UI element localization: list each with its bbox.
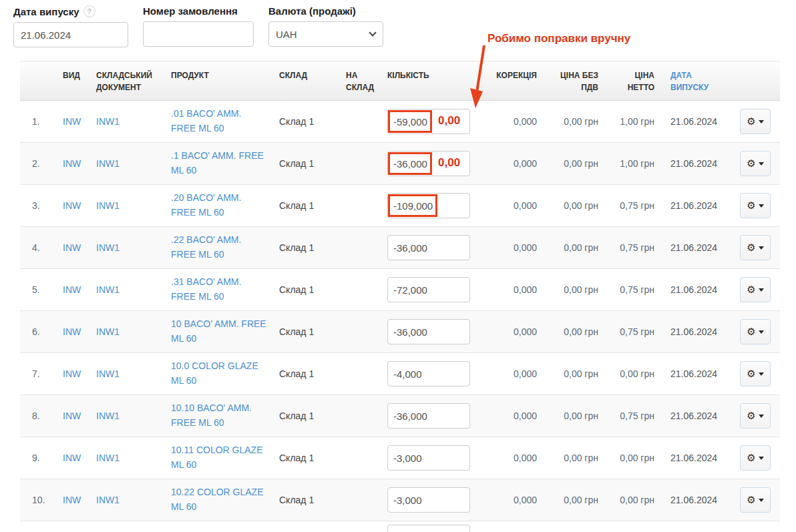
document-type-link[interactable]: INW: [63, 368, 81, 379]
product-link[interactable]: .31 BACO' AMM. FREE ML 60: [171, 275, 268, 304]
price-no-vat-value: 0,00 грн: [542, 143, 604, 185]
row-number: 10.: [20, 479, 57, 521]
quantity-input[interactable]: [387, 525, 470, 532]
header-product: Продукт: [166, 61, 274, 101]
currency-select[interactable]: UAH: [268, 21, 383, 47]
help-icon[interactable]: ?: [83, 5, 95, 17]
order-number-label: Номер замовлення: [143, 5, 254, 17]
warehouse-name: Склад 1: [274, 269, 341, 311]
price-no-vat-value: 0,00 грн: [542, 395, 604, 437]
product-link[interactable]: 10.10 BACO' AMM. FREE ML 60: [171, 401, 268, 430]
quantity-input[interactable]: [387, 109, 470, 134]
product-link[interactable]: 10 BACO' AMM. FREE ML 60: [171, 317, 268, 346]
document-type-link[interactable]: INW: [63, 158, 81, 169]
document-type-link[interactable]: INW: [63, 242, 81, 253]
row-actions-button[interactable]: ⚙: [740, 109, 771, 134]
row-actions-button[interactable]: ⚙: [740, 277, 771, 302]
document-type-link[interactable]: INW: [63, 495, 81, 505]
row-actions-button[interactable]: ⚙: [740, 487, 771, 513]
quantity-input[interactable]: [387, 319, 470, 344]
document-type-link[interactable]: INW: [63, 116, 81, 127]
warehouse-name: Склад 1: [274, 185, 341, 227]
document-type-link[interactable]: INW: [63, 200, 81, 211]
product-link[interactable]: 10.11 COLOR GLAZE ML 60: [171, 443, 268, 472]
warehouse-document-link[interactable]: INW1: [96, 242, 120, 253]
document-type-link[interactable]: INW: [63, 411, 81, 421]
document-type-link[interactable]: INW: [63, 326, 81, 337]
correction-value: 0,000: [481, 269, 542, 311]
release-date-input[interactable]: [13, 22, 128, 47]
table-row: 10. INW INW1 10.22 COLOR GLAZE ML 60 Скл…: [20, 479, 780, 521]
price-netto-value: 0,00 грн: [604, 437, 660, 479]
on-warehouse-value: [341, 185, 382, 227]
quantity-input[interactable]: [387, 151, 470, 176]
warehouse-document-link[interactable]: INW1: [96, 116, 120, 127]
warehouse-name: Склад 1: [274, 101, 341, 143]
product-link[interactable]: 10.22 COLOR GLAZE ML 60: [171, 485, 268, 514]
row-actions-button[interactable]: ⚙: [740, 319, 771, 344]
warehouse-document-link[interactable]: INW1: [96, 284, 120, 295]
gear-icon: ⚙: [747, 411, 755, 421]
product-link[interactable]: .20 BACO' AMM. FREE ML 60: [171, 191, 268, 220]
quantity-input[interactable]: [387, 403, 470, 429]
warehouse-document-link[interactable]: INW1: [96, 158, 120, 169]
price-no-vat-value: 0,00 грн: [542, 185, 604, 227]
quantity-input[interactable]: [387, 235, 470, 260]
header-release-date-sort[interactable]: Дата випуску: [660, 61, 735, 101]
correction-value: 0,000: [481, 143, 542, 185]
row-actions-button[interactable]: ⚙: [740, 193, 771, 218]
document-type-link[interactable]: INW: [63, 453, 81, 463]
caret-down-icon: [759, 288, 764, 292]
header-price-no-vat: Ціна без ПДВ: [542, 61, 604, 101]
price-no-vat-value: 0,00 грн: [542, 437, 604, 479]
warehouse-document-link[interactable]: INW1: [96, 200, 120, 211]
price-no-vat-value: 0,00 грн: [542, 269, 604, 311]
price-netto-value: 0,75 грн: [604, 269, 660, 311]
row-number: [20, 521, 57, 532]
product-link[interactable]: 10.0 COLOR GLAZE ML 60: [171, 359, 268, 388]
table-row: 3. INW INW1 .20 BACO' AMM. FREE ML 60 Ск…: [20, 185, 780, 227]
quantity-input[interactable]: [387, 277, 470, 302]
quantity-input[interactable]: [387, 487, 470, 513]
quantity-input[interactable]: [387, 361, 470, 386]
caret-down-icon: [759, 415, 764, 418]
gear-icon: ⚙: [747, 243, 755, 253]
row-number: 5.: [20, 269, 57, 311]
warehouse-name: Склад 1: [274, 227, 341, 269]
caret-down-icon: [759, 330, 764, 334]
price-no-vat-value: 0,00 грн: [542, 101, 604, 143]
document-type-link[interactable]: INW: [63, 284, 81, 295]
warehouse-document-link[interactable]: INW1: [96, 453, 120, 463]
row-actions-button[interactable]: ⚙: [740, 361, 771, 386]
release-date-value: 21.06.2024: [660, 269, 735, 311]
table-row: 9. INW INW1 10.11 COLOR GLAZE ML 60 Скла…: [20, 437, 780, 479]
warehouse-document-link[interactable]: INW1: [96, 411, 120, 421]
row-number: 7.: [20, 353, 57, 395]
annotation-text: Робимо поправки вручну: [487, 32, 630, 45]
warehouse-document-link[interactable]: INW1: [96, 326, 120, 337]
row-number: 2.: [20, 143, 57, 185]
row-actions-button[interactable]: ⚙: [740, 403, 771, 429]
order-number-input[interactable]: [143, 21, 254, 47]
release-date-value: 21.06.2024: [660, 101, 735, 143]
table-row: 7. INW INW1 10.0 COLOR GLAZE ML 60 Склад…: [20, 353, 780, 395]
caret-down-icon: [759, 162, 764, 166]
product-link[interactable]: .22 BACO' AMM. FREE ML 60: [171, 233, 268, 262]
release-date-value: 21.06.2024: [660, 353, 735, 395]
correction-value: 0,000: [481, 185, 542, 227]
table-row: 2. INW INW1 .1 BACO' AMM. FREE ML 60 Скл…: [20, 143, 780, 185]
warehouse-document-link[interactable]: INW1: [96, 368, 120, 379]
quantity-input[interactable]: [387, 193, 470, 218]
product-link[interactable]: .1 BACO' AMM. FREE ML 60: [171, 149, 268, 178]
on-warehouse-value: [341, 353, 382, 395]
product-link[interactable]: .01 BACO' AMM. FREE ML 60: [171, 107, 268, 136]
row-actions-button[interactable]: ⚙: [740, 235, 771, 260]
price-no-vat-value: [542, 521, 604, 532]
header-quantity: Кількість: [382, 61, 481, 101]
row-actions-button[interactable]: ⚙: [740, 445, 771, 471]
table-row: ⚙: [20, 521, 780, 532]
quantity-input[interactable]: [387, 445, 470, 471]
header-doc: Складський документ: [91, 61, 166, 101]
row-actions-button[interactable]: ⚙: [740, 151, 771, 176]
warehouse-document-link[interactable]: INW1: [96, 495, 120, 505]
